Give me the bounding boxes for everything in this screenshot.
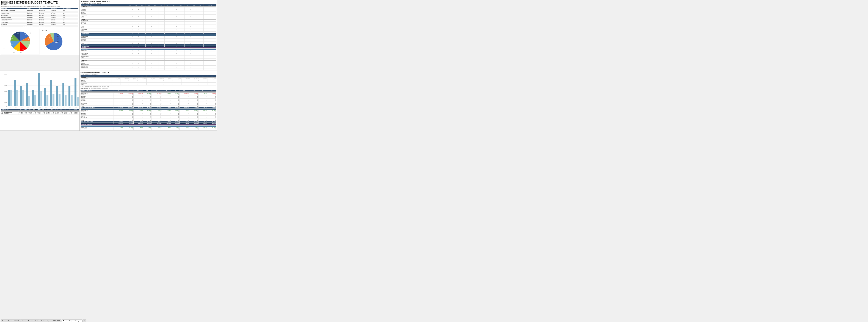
actual-th-jun: JUN bbox=[155, 75, 164, 77]
budget-row: RECRUITMENT------------- bbox=[81, 29, 216, 30]
svg-rect-41 bbox=[26, 83, 28, 106]
var-casual-header: CASUAL bbox=[81, 108, 216, 110]
ov-h-jan: JAN bbox=[18, 109, 23, 110]
th-jan: JAN bbox=[127, 4, 133, 6]
svg-text:38%: 38% bbox=[25, 33, 27, 35]
svg-rect-38 bbox=[16, 90, 18, 106]
budget-row: BONUS PAY------------- bbox=[81, 37, 216, 39]
bar-chart-container: 60,000 50,000 40,000 30,000 20,000 10,00… bbox=[1, 72, 79, 108]
perm-label: PERMANENT bbox=[81, 77, 216, 78]
svg-rect-55 bbox=[68, 86, 70, 106]
col-budget: BUDGET bbox=[27, 8, 39, 9]
actual-section: BUSINESS EXPENSE BUDGET TEMPLATE ACTUAL … bbox=[81, 72, 216, 86]
svg-rect-40 bbox=[22, 90, 24, 106]
budget-row: TOTAL EXPENSES------------- bbox=[81, 46, 216, 47]
svg-text:11%: 11% bbox=[20, 52, 22, 53]
var-th-aug: AUG bbox=[180, 90, 189, 92]
actual-salaries-row: SALARIES/WAGES $ 22,000.00 $ 22,000.00 $… bbox=[81, 78, 216, 80]
analysis-area: BUSINESS EXPENSE BUDGET TEMPLATE ANALYSI… bbox=[0, 0, 80, 28]
ov-h-nov: NOV bbox=[63, 109, 68, 110]
svg-text:10%: 10% bbox=[27, 44, 29, 45]
actual-label: ACTUAL bbox=[42, 30, 65, 31]
svg-rect-44 bbox=[34, 95, 36, 106]
var-ops-row: BANKING FEES$ 700.00$ 7,700.00$ 450.00$ … bbox=[81, 127, 216, 128]
svg-text:4%: 4% bbox=[57, 41, 59, 42]
budget-row: GENERAL/ADMIN bbox=[81, 49, 216, 50]
col-pct: % OF VARIANCE bbox=[63, 8, 79, 9]
th-apr: APR bbox=[146, 4, 152, 6]
svg-text:10%: 10% bbox=[13, 52, 15, 53]
budget-row: BONUS PAY------------- bbox=[81, 9, 216, 10]
svg-text:MAR: MAR bbox=[21, 106, 23, 108]
budget-row: BONUS PAY------------- bbox=[81, 22, 216, 23]
svg-rect-52 bbox=[59, 94, 61, 106]
actual-sheet-subtitle: ACTUAL BUDGET EXPENSES bbox=[81, 73, 216, 75]
var-th-nov: NOV bbox=[207, 90, 216, 92]
var-perm-row: INCREASES$ -$ -$ -$ -$ -$ -$ -$ -$ -$ -$… bbox=[81, 101, 216, 103]
budget-row: OTHER------------- bbox=[81, 26, 216, 27]
svg-rect-54 bbox=[65, 95, 66, 106]
analysis-row: EMPLOYMENT - PERMANEN $ 186,000.00 $ 200… bbox=[1, 9, 79, 11]
svg-rect-48 bbox=[46, 95, 49, 106]
svg-rect-50 bbox=[53, 94, 55, 106]
svg-rect-49 bbox=[51, 80, 52, 106]
th-may: MAY bbox=[152, 4, 158, 6]
var-ops-header: VARIANCES - OPERATIONAL bbox=[81, 124, 216, 126]
svg-text:60,000: 60,000 bbox=[4, 73, 7, 75]
budget-row: OTHER------------- bbox=[81, 27, 216, 29]
svg-text:7%: 7% bbox=[11, 44, 12, 45]
svg-text:4%: 4% bbox=[30, 33, 31, 34]
row2-right: BUSINESS EXPENSE BUDGET TEMPLATE ACTUAL … bbox=[80, 71, 217, 130]
app-title: BUSINESS EXPENSE BUDGET TEMPLATE bbox=[1, 1, 79, 4]
var-perm-row: INSURANCE$ -$ -$ -$ -$ -$ -$ -$ -$ -$ -$… bbox=[81, 100, 216, 101]
col-variances: VARIANCES bbox=[51, 8, 63, 9]
overview-row: TOTAL VARIANCES$ 3,900$ 18,400$ 8,000$ 3… bbox=[1, 113, 79, 115]
page-layout: BUSINESS EXPENSE BUDGET TEMPLATE ANALYSI… bbox=[0, 0, 217, 131]
budget-row: TOTAL PERMANENT------------- bbox=[81, 33, 216, 34]
budget-row: OTHER------------- bbox=[81, 32, 216, 33]
svg-rect-56 bbox=[71, 95, 72, 106]
actual-other1-row: OTHER ------------ bbox=[81, 84, 216, 86]
actual-pie-svg: 72% 3% 5% 4% 3% 4% 4% 4% bbox=[42, 31, 65, 52]
svg-rect-45 bbox=[38, 73, 40, 106]
actual-recruitment-row: RECRUITMENT ------------ bbox=[81, 83, 216, 84]
budget-row: TOTAL CASUAL------------- bbox=[81, 44, 216, 46]
svg-text:3%: 3% bbox=[46, 48, 48, 49]
var-th-may: MAY bbox=[151, 90, 162, 92]
var-casual-row: BONUS PAY$ -$ -$ -$ -$ -$ -$ -$ -$ -$ -$… bbox=[81, 111, 216, 113]
var-casual-row: RECRUITMENT$ -$ -$ -$ -$ -$ -$ -$ -$ -$ … bbox=[81, 117, 216, 119]
variances-table: VARIANCES - EMPLOYMENT JAN FEB MAR APR M… bbox=[81, 90, 216, 130]
actual-th-may: MAY bbox=[147, 75, 155, 77]
svg-rect-35 bbox=[8, 90, 10, 106]
budget-row: CASUAL bbox=[81, 19, 216, 20]
analysis-row: OCCUPANCY $ 34,000.00 $ 10,200.00 23,800… bbox=[1, 20, 79, 22]
svg-text:3%: 3% bbox=[57, 36, 59, 37]
actual-sheet-title: BUSINESS EXPENSE BUDGET TEMPLATE bbox=[81, 72, 216, 73]
svg-text:AUG: AUG bbox=[51, 106, 53, 108]
var-perm-row: BENEFITS$ -$ -$ -$ -$ -$ -$ -$ -$ -$ -$ … bbox=[81, 97, 216, 99]
budget-sheet: BUSINESS EXPENSE BUDGET TEMPLATE PROJECT… bbox=[80, 0, 217, 71]
budget-row: PERMANENT bbox=[81, 6, 216, 7]
svg-rect-46 bbox=[40, 91, 42, 106]
budget-row: INCREASES------------- bbox=[81, 10, 216, 12]
th-jun: JUN bbox=[158, 4, 164, 6]
budget-row: TRAVEL------------- bbox=[81, 61, 216, 63]
row2: 60,000 50,000 40,000 30,000 20,000 10,00… bbox=[0, 71, 217, 131]
svg-rect-58 bbox=[76, 97, 79, 106]
var-perm-row: BONUS PAY$ -$ -$ -$ -$ -$ -$ -$ -$ -$ -$… bbox=[81, 94, 216, 96]
actual-th-feb: FEB bbox=[120, 75, 129, 77]
ov-h-yr: YR TOTAL bbox=[72, 109, 79, 110]
var-casual-row: INCREASES$ -$ -$ -$ -$ -$ -$ -$ -$ -$ -$… bbox=[81, 113, 216, 114]
th-aug: AUG bbox=[170, 4, 177, 6]
ov-h-dec: DEC bbox=[68, 109, 72, 110]
svg-text:72%: 72% bbox=[55, 42, 58, 43]
budget-row: KITCHENETTE/CO...------------- bbox=[81, 68, 216, 70]
budget-row: SALARIES/WAGES------------- bbox=[81, 7, 216, 9]
budget-row: INSURANCE------------- bbox=[81, 25, 216, 26]
analysis-totals-row: TOTALS $ 491,800.00 $ 284,000.00 207,200… bbox=[1, 25, 79, 27]
svg-rect-37 bbox=[14, 80, 16, 106]
th-expenses-employment: EXPENSES - EMPLOYMENT bbox=[81, 4, 127, 6]
var-casual-row: SALARIES/WAGES$ 4,200.00$ 3,100.00$ 3,70… bbox=[81, 110, 216, 111]
budget-row: RECRUITMENT------------- bbox=[81, 14, 216, 16]
analysis-row: GENERAL/ADMIN $ 46,800.00 $ 10,200.00 36… bbox=[1, 13, 79, 15]
